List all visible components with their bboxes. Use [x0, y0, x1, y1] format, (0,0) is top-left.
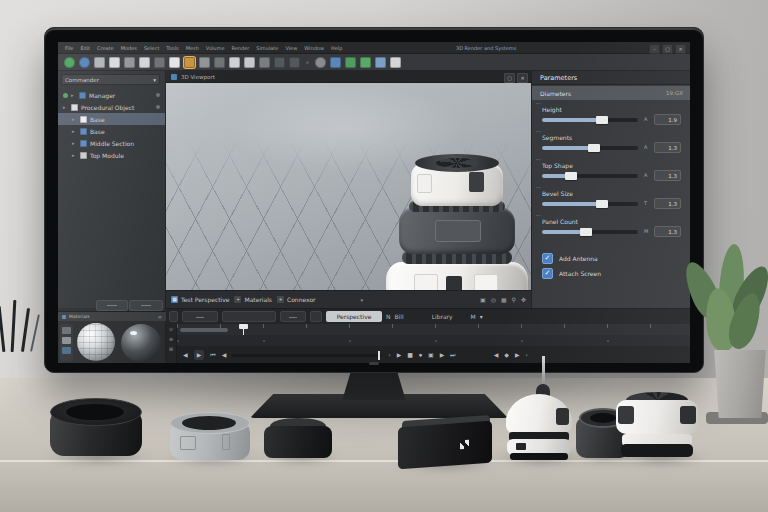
panel-count-slider[interactable]	[542, 230, 638, 234]
target-icon[interactable]: ◎	[491, 296, 496, 303]
play-forward-button[interactable]: ▶	[397, 350, 402, 360]
timeline-mode-button[interactable]	[169, 311, 178, 322]
visibility-dot-icon[interactable]	[156, 105, 160, 109]
menu-edit[interactable]: Edit	[80, 45, 90, 51]
slider-handle[interactable]	[596, 116, 608, 124]
snap-icon[interactable]	[184, 57, 195, 68]
menu-help[interactable]: Help	[331, 45, 342, 51]
simulate-icon[interactable]	[360, 57, 371, 68]
frame-icon[interactable]	[169, 57, 180, 68]
window-icon[interactable]	[244, 57, 255, 68]
camera-icon[interactable]	[315, 57, 326, 68]
segments-slider[interactable]	[542, 146, 638, 150]
n-tool-icon[interactable]: N	[386, 313, 391, 320]
key-prev-button[interactable]: ◀	[494, 350, 499, 360]
slider-handle[interactable]	[596, 200, 608, 208]
timeline-zoom-slider[interactable]	[232, 354, 382, 357]
axis-icon[interactable]	[199, 57, 210, 68]
expand-arrow-icon[interactable]: ▸	[72, 116, 77, 122]
track-grid-icon[interactable]: ⊞	[169, 346, 173, 352]
render-sphere-icon[interactable]	[64, 57, 75, 68]
menu-file[interactable]: File	[65, 45, 73, 51]
tab-test-perspective[interactable]: ▦ Test Perspective	[171, 296, 229, 303]
playhead[interactable]	[239, 324, 248, 335]
light-icon[interactable]	[330, 57, 341, 68]
slider-handle[interactable]	[588, 144, 600, 152]
close-button[interactable]: ✕	[675, 44, 686, 54]
slider-handle[interactable]	[580, 228, 592, 236]
top-shape-value-field[interactable]: 1.3	[654, 170, 681, 181]
play-button[interactable]: ▶	[440, 350, 445, 360]
tree-item-base-selected[interactable]: ▸ Base	[58, 113, 165, 125]
object-manager-filter-dropdown[interactable]: Commander ▾	[61, 74, 160, 85]
menu-tools[interactable]: Tools	[166, 45, 178, 51]
tree-item-base[interactable]: ▸ Base	[58, 125, 165, 137]
menu-view[interactable]: View	[285, 45, 297, 51]
expand-arrow-icon[interactable]: ▸	[71, 92, 76, 98]
material-icon[interactable]	[345, 57, 356, 68]
expand-arrow-icon[interactable]: ▸	[72, 152, 77, 158]
material-preview-sphere[interactable]	[121, 324, 161, 362]
timeline-button[interactable]	[182, 311, 218, 322]
material-action-button[interactable]	[96, 300, 128, 311]
expand-arrow-icon[interactable]: ▸	[72, 128, 77, 134]
timeline-ruler[interactable]	[177, 324, 690, 335]
close-viewport-button[interactable]: ✕	[517, 73, 528, 83]
panel-count-value-field[interactable]: 1.3	[654, 226, 681, 237]
tree-item-manager[interactable]: ▸ Manager	[58, 89, 165, 101]
timeline-button[interactable]	[222, 311, 276, 322]
menu-create[interactable]: Create	[97, 45, 114, 51]
material-swatch[interactable]	[62, 347, 71, 354]
library-label[interactable]: Library	[432, 313, 453, 320]
keyframe-prev-icon[interactable]	[274, 57, 285, 68]
keyframe-next-icon[interactable]	[289, 57, 300, 68]
mirror-icon[interactable]	[214, 57, 225, 68]
timeline-button[interactable]	[280, 311, 306, 322]
visibility-dot-icon[interactable]	[156, 93, 160, 97]
go-to-end-button[interactable]: ⏭	[450, 350, 455, 360]
chevron-down-icon[interactable]: ▾	[361, 297, 364, 303]
checkbox-checked-icon[interactable]: ✓	[542, 253, 553, 264]
play-button[interactable]: ▶	[194, 350, 205, 360]
bevel-size-slider[interactable]	[542, 202, 638, 206]
m-tool-icon[interactable]: M	[471, 313, 476, 320]
grid-icon[interactable]	[390, 57, 401, 68]
bill-label[interactable]: Bill	[395, 313, 404, 320]
expand-arrow-icon[interactable]: ▸	[72, 140, 77, 146]
robot-model[interactable]	[386, 146, 528, 290]
menu-icon[interactable]: ≡	[158, 314, 162, 320]
top-shape-slider[interactable]	[542, 174, 638, 178]
menu-volume[interactable]: Volume	[206, 45, 225, 51]
extrude-icon[interactable]	[139, 57, 150, 68]
pan-icon[interactable]: ✥	[521, 296, 526, 303]
field-icon[interactable]	[375, 57, 386, 68]
height-value-field[interactable]: 1.9	[654, 114, 681, 125]
material-preview-sphere[interactable]	[77, 323, 115, 361]
viewport-canvas[interactable]	[166, 83, 531, 290]
timeline-track[interactable]	[177, 335, 690, 346]
attach-screen-row[interactable]: ✓ Attach Screen	[542, 267, 682, 280]
frame-back-button[interactable]: ◀	[222, 350, 227, 360]
bevel-icon[interactable]	[154, 57, 165, 68]
globe-icon[interactable]	[79, 57, 90, 68]
maximize-button[interactable]: ▢	[662, 44, 673, 54]
menu-select[interactable]: Select	[144, 45, 159, 51]
tab-connexor[interactable]: + Connexor	[277, 296, 316, 303]
render-region-icon[interactable]: ▣	[480, 296, 486, 303]
chevron-down-icon[interactable]: ▾	[480, 313, 483, 320]
nudge-left-button[interactable]: ‹	[388, 350, 390, 360]
segments-value-field[interactable]: 1.3	[654, 142, 681, 153]
timeline-scrollbar[interactable]	[180, 328, 228, 332]
stop-button[interactable]: ■	[407, 350, 413, 360]
menu-simulate[interactable]: Simulate	[256, 45, 278, 51]
material-action-button[interactable]	[129, 300, 163, 311]
tab-materials[interactable]: + Materials	[234, 296, 272, 303]
tree-item-middle-section[interactable]: ▸ Middle Section	[58, 137, 165, 149]
detach-viewport-button[interactable]: ▢	[504, 73, 515, 83]
menu-render[interactable]: Render	[231, 45, 249, 51]
slider-handle[interactable]	[565, 172, 577, 180]
plane-icon[interactable]	[124, 57, 135, 68]
menu-window[interactable]: Window	[304, 45, 324, 51]
tree-item-procedural-object[interactable]: ▸ Procedural Object	[58, 101, 165, 113]
tree-item-top-module[interactable]: ▸ Top Module	[58, 149, 165, 161]
